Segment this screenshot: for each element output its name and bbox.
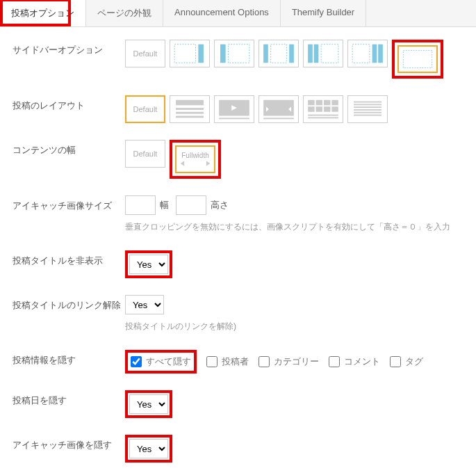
svg-rect-2 — [220, 45, 226, 63]
svg-rect-11 — [372, 45, 377, 63]
image-height-unit: 高さ — [211, 199, 229, 211]
layout-thumb-3[interactable] — [258, 95, 299, 123]
image-size-label: アイキャッチ画像サイズ — [13, 195, 125, 212]
svg-rect-20 — [219, 118, 249, 119]
layout-label: 投稿のレイアウト — [13, 95, 125, 112]
sidebar-thumb-default[interactable]: Default — [125, 40, 165, 67]
layout-thumb-default[interactable]: Default — [125, 95, 165, 123]
content-width-label: コンテンツの幅 — [13, 140, 125, 157]
svg-rect-38 — [354, 109, 381, 111]
hide-date-label: 投稿日を隠す — [13, 390, 125, 407]
layout-thumb-5[interactable] — [347, 95, 388, 123]
svg-rect-34 — [308, 117, 338, 118]
svg-rect-35 — [354, 102, 381, 103]
sidebar-thumb-none[interactable] — [397, 45, 438, 73]
sidebar-thumb-both-right[interactable] — [347, 40, 388, 67]
svg-rect-12 — [378, 45, 383, 63]
svg-rect-24 — [263, 118, 294, 119]
svg-rect-8 — [314, 45, 319, 63]
sidebar-thumb-right[interactable] — [170, 40, 210, 67]
check-tag-box[interactable] — [390, 356, 401, 367]
layout-thumb-1[interactable] — [170, 95, 210, 123]
sidebar-option-thumbs: Default — [125, 40, 463, 79]
svg-rect-14 — [176, 100, 204, 106]
hide-date-select[interactable]: Yes — [129, 394, 168, 414]
svg-rect-25 — [308, 100, 315, 106]
image-width-unit: 幅 — [160, 199, 169, 211]
svg-rect-28 — [331, 100, 338, 106]
svg-rect-13 — [403, 50, 432, 67]
svg-rect-21 — [263, 100, 294, 116]
svg-rect-1 — [198, 45, 204, 63]
sidebar-option-label: サイドバーオプション — [13, 40, 125, 56]
svg-rect-31 — [324, 106, 331, 112]
check-tag[interactable]: タグ — [390, 355, 423, 368]
svg-marker-41 — [181, 161, 185, 166]
width-thumbs: Default Fullwidth — [125, 140, 463, 179]
settings-panel: サイドバーオプション Default 投稿のレイアウト Default — [0, 27, 476, 473]
image-size-hint: 垂直クロッピングを無効にするには、画像スクリプトを有効にして「高さ＝０」を入力 — [125, 221, 463, 234]
image-height-input[interactable] — [176, 195, 206, 215]
svg-rect-10 — [352, 45, 370, 63]
svg-rect-27 — [324, 100, 331, 106]
svg-rect-3 — [228, 45, 249, 63]
layout-thumbs: Default — [125, 95, 463, 123]
tab-post-options[interactable]: 投稿オプション — [0, 0, 86, 26]
sidebar-thumb-both-left[interactable] — [303, 40, 343, 67]
check-author-box[interactable] — [206, 356, 218, 367]
svg-rect-15 — [176, 108, 204, 110]
tab-themify-builder[interactable]: Themify Builder — [281, 0, 366, 26]
layout-thumb-4[interactable] — [303, 95, 343, 123]
width-thumb-fullwidth[interactable]: Fullwidth — [175, 145, 215, 173]
hide-image-select[interactable]: Yes — [129, 439, 168, 458]
sidebar-thumb-both-out[interactable] — [258, 40, 299, 67]
hide-image-label: アイキャッチ画像を隠す — [13, 435, 125, 451]
tab-announcement-options[interactable]: Announcement Options — [163, 0, 281, 26]
check-comment[interactable]: コメント — [329, 355, 380, 368]
svg-rect-33 — [308, 115, 338, 116]
svg-rect-4 — [263, 45, 268, 63]
svg-rect-36 — [354, 104, 381, 105]
svg-marker-42 — [206, 161, 211, 166]
hide-meta-checks: すべて隠す 投稿者 カテゴリー コメント タグ — [125, 350, 463, 374]
hide-meta-label: 投稿情報を隠す — [13, 350, 125, 367]
image-width-input[interactable] — [125, 195, 156, 215]
check-author[interactable]: 投稿者 — [206, 355, 249, 368]
check-all[interactable]: すべて隠す — [131, 355, 191, 368]
svg-rect-39 — [354, 112, 381, 113]
svg-rect-32 — [331, 106, 338, 112]
svg-rect-7 — [308, 45, 313, 63]
svg-rect-16 — [176, 112, 204, 114]
svg-rect-9 — [321, 45, 338, 63]
unlink-title-label: 投稿タイトルのリンク解除 — [13, 295, 125, 312]
hide-title-select[interactable]: Yes — [129, 255, 168, 274]
check-category-box[interactable] — [258, 356, 270, 367]
svg-rect-0 — [174, 45, 195, 63]
svg-rect-40 — [354, 115, 381, 116]
svg-rect-37 — [354, 106, 381, 108]
sidebar-thumb-left[interactable] — [214, 40, 254, 67]
layout-thumb-2[interactable] — [214, 95, 254, 123]
svg-rect-26 — [316, 100, 323, 106]
width-thumb-default[interactable]: Default — [125, 140, 165, 168]
tab-page-appearance[interactable]: ページの外観 — [86, 0, 163, 26]
tabs: 投稿オプション ページの外観 Announcement Options Them… — [0, 0, 476, 27]
svg-rect-29 — [308, 106, 315, 112]
unlink-title-select[interactable]: Yes — [125, 295, 164, 314]
svg-rect-5 — [271, 45, 287, 63]
svg-rect-17 — [176, 116, 204, 118]
hide-title-label: 投稿タイトルを非表示 — [13, 250, 125, 267]
check-category[interactable]: カテゴリー — [258, 355, 319, 368]
check-all-box[interactable] — [131, 356, 142, 367]
check-comment-box[interactable] — [329, 356, 340, 367]
svg-rect-30 — [316, 106, 323, 112]
unlink-title-hint: 投稿タイトルのリンクを解除) — [125, 320, 463, 333]
svg-rect-6 — [289, 45, 294, 63]
